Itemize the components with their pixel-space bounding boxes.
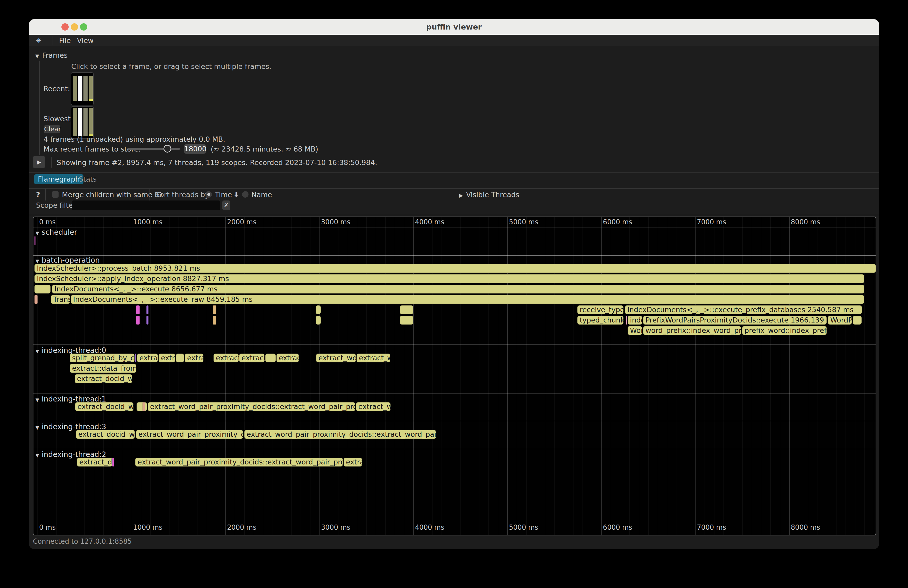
theme-toggle-icon[interactable]: ✳ bbox=[36, 35, 42, 47]
frame-bar[interactable] bbox=[84, 108, 88, 136]
thread-header[interactable]: ▼scheduler bbox=[35, 228, 77, 236]
max-frames-slider-knob[interactable] bbox=[164, 145, 171, 153]
scope-bar[interactable] bbox=[34, 236, 35, 245]
connection-status: Connected to 127.0.0.1:8585 bbox=[33, 538, 132, 545]
scope-bar[interactable] bbox=[34, 295, 37, 304]
frame-bar[interactable] bbox=[84, 76, 88, 101]
scope-bar[interactable] bbox=[213, 316, 216, 325]
frame-bar[interactable] bbox=[89, 108, 93, 136]
scope-bar[interactable] bbox=[112, 458, 114, 466]
play-pause-button[interactable]: ▶ bbox=[33, 156, 45, 168]
time-tick-label: 5000 ms bbox=[509, 524, 538, 531]
menu-file[interactable]: File bbox=[59, 35, 71, 47]
scope-bar[interactable]: extract_word_pair_proximity_docids bbox=[136, 430, 243, 439]
scope-bar[interactable]: extract_word_pair_proximity_docids::extr… bbox=[245, 430, 436, 439]
clear-button[interactable]: Clear bbox=[44, 125, 60, 133]
menubar: ✳ File View bbox=[29, 35, 879, 47]
scope-bar[interactable]: extract_word_pair_proximity_docids::extr… bbox=[148, 402, 355, 411]
clear-filter-button[interactable]: ✗ bbox=[222, 201, 230, 210]
time-tick-label: 7000 ms bbox=[697, 218, 726, 226]
scope-bar[interactable]: PrefixWordPairsProximityDocids::execute … bbox=[643, 316, 827, 325]
time-tick-label: 6000 ms bbox=[603, 218, 632, 226]
thread-name: scheduler bbox=[42, 228, 77, 236]
time-tick-label: 3000 ms bbox=[321, 524, 350, 531]
scope-bar[interactable]: extrac bbox=[185, 353, 203, 362]
scope-bar[interactable]: Trans bbox=[51, 295, 70, 304]
scope-bar[interactable]: IndexScheduler>::apply_index_operation 8… bbox=[34, 274, 864, 283]
scope-bar[interactable]: receive_typed_ bbox=[577, 305, 623, 314]
scope-bar[interactable]: extract_doc bbox=[77, 458, 112, 466]
frame-bar[interactable] bbox=[89, 76, 93, 101]
sort-direction-arrow-icon[interactable]: ⬇ bbox=[233, 191, 240, 199]
scope-bar[interactable] bbox=[626, 316, 627, 325]
scope-bar[interactable] bbox=[136, 316, 140, 325]
frame-bar-tick bbox=[89, 99, 93, 101]
scope-bar[interactable]: index bbox=[628, 316, 642, 325]
frame-bar[interactable] bbox=[73, 76, 77, 101]
max-frames-slider[interactable] bbox=[127, 148, 180, 150]
scope-bar[interactable] bbox=[137, 402, 147, 411]
scope-bar[interactable]: IndexDocuments<_, _>::execute_raw 8459.1… bbox=[71, 295, 864, 304]
flamegraph-canvas[interactable]: 0 ms0 ms1000 ms1000 ms2000 ms2000 ms3000… bbox=[33, 217, 876, 535]
sort-time-radio[interactable] bbox=[206, 191, 212, 198]
scope-bar[interactable]: extract_word_pair_proximity_docids::extr… bbox=[135, 458, 343, 466]
scope-bar[interactable]: extract bbox=[277, 353, 299, 362]
scope-bar[interactable] bbox=[853, 316, 861, 325]
frame-bar[interactable] bbox=[78, 108, 82, 136]
visible-threads-header[interactable]: ▶Visible Threads bbox=[459, 191, 519, 199]
scope-bar[interactable] bbox=[147, 316, 148, 325]
collapse-triangle-icon: ▼ bbox=[35, 425, 39, 430]
scope-bar[interactable] bbox=[400, 305, 413, 314]
max-frames-value[interactable]: 18000 bbox=[184, 144, 206, 154]
thread-header[interactable]: ▼batch-operation bbox=[35, 256, 100, 265]
scope-bar[interactable]: extract_docid_word bbox=[75, 374, 132, 383]
scope-bar[interactable]: word_prefix::index_word_prefix_ bbox=[643, 326, 741, 335]
menu-view[interactable]: View bbox=[77, 35, 93, 47]
scope-bar[interactable]: extrac bbox=[344, 458, 362, 466]
scope-bar[interactable]: extract_wo bbox=[356, 402, 391, 411]
merge-children-checkbox[interactable] bbox=[52, 191, 59, 198]
scope-bar[interactable]: extract_docid_word bbox=[76, 430, 135, 439]
scope-bar[interactable]: extract_w bbox=[239, 353, 264, 362]
scope-bar[interactable]: IndexDocuments<_, _>::execute 8656.677 m… bbox=[52, 285, 864, 294]
scope-bar[interactable]: split_grenad_by_chun bbox=[70, 353, 135, 362]
frame-bar[interactable] bbox=[73, 108, 77, 136]
scope-bar[interactable]: Word bbox=[628, 326, 642, 335]
sort-name-radio[interactable] bbox=[242, 191, 248, 198]
scope-bar[interactable] bbox=[147, 305, 148, 314]
frames-section-header[interactable]: ▼Frames bbox=[35, 51, 68, 60]
scope-bar[interactable]: extract_ bbox=[214, 353, 239, 362]
scope-bar[interactable]: extract::data_from_ob bbox=[70, 364, 136, 373]
scope-bar[interactable] bbox=[316, 305, 321, 314]
scope-bar[interactable]: prefix_word::index_prefix_wo bbox=[742, 326, 827, 335]
help-button[interactable]: ? bbox=[36, 191, 40, 199]
scope-bar[interactable]: extract_docid_word bbox=[75, 402, 134, 411]
controls-separator bbox=[150, 189, 150, 201]
collapse-triangle-icon: ▶ bbox=[459, 193, 463, 198]
thread-separator bbox=[34, 255, 876, 255]
slowest-frames-thumbnail[interactable] bbox=[71, 106, 94, 138]
scope-bar[interactable]: typed_chunk::w bbox=[577, 316, 623, 325]
scope-bar[interactable]: IndexScheduler>::process_batch 8953.821 … bbox=[34, 264, 876, 273]
sort-name-label: Name bbox=[251, 191, 272, 199]
scope-bar[interactable]: extract bbox=[137, 353, 158, 362]
scope-bar[interactable] bbox=[213, 305, 216, 314]
scope-bar[interactable] bbox=[400, 316, 413, 325]
scope-bar[interactable] bbox=[136, 305, 140, 314]
recent-label: Recent: bbox=[43, 85, 70, 93]
scope-bar[interactable]: extract_word bbox=[316, 353, 356, 362]
scope-filter-input[interactable] bbox=[72, 201, 220, 210]
scope-bar[interactable] bbox=[143, 402, 145, 411]
scope-bar[interactable] bbox=[316, 316, 321, 325]
tab-stats[interactable]: Stats bbox=[75, 174, 100, 184]
scope-bar[interactable] bbox=[34, 285, 50, 294]
scope-bar[interactable]: extra bbox=[159, 353, 175, 362]
scope-bar[interactable]: extract_wo bbox=[357, 353, 390, 362]
scope-bar[interactable] bbox=[135, 353, 136, 362]
scope-bar[interactable]: IndexDocuments<_, _>::execute_prefix_dat… bbox=[625, 305, 862, 314]
frame-bar[interactable] bbox=[78, 76, 82, 101]
scope-bar[interactable]: WordPr bbox=[828, 316, 852, 325]
recent-frames-thumbnail[interactable] bbox=[71, 72, 94, 105]
scope-bar[interactable] bbox=[176, 353, 184, 362]
scope-bar[interactable] bbox=[266, 353, 276, 362]
